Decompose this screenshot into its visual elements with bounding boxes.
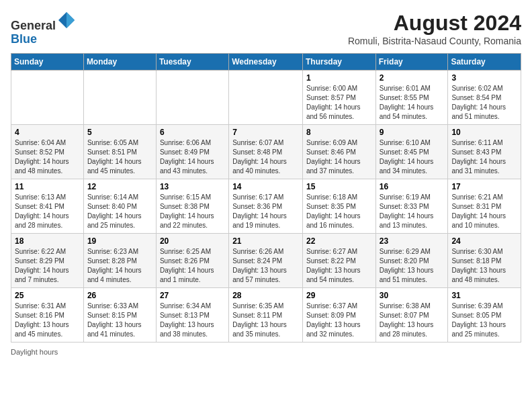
calendar-cell: 23Sunrise: 6:29 AM Sunset: 8:20 PM Dayli… — [375, 234, 448, 288]
day-number: 27 — [160, 291, 225, 300]
day-info: Sunrise: 6:15 AM Sunset: 8:38 PM Dayligh… — [160, 193, 225, 230]
day-number: 20 — [160, 236, 225, 246]
calendar-cell: 16Sunrise: 6:19 AM Sunset: 8:33 PM Dayli… — [375, 179, 448, 234]
day-info: Sunrise: 6:39 AM Sunset: 8:05 PM Dayligh… — [451, 302, 517, 339]
calendar-week-row: 25Sunrise: 6:31 AM Sunset: 8:16 PM Dayli… — [11, 288, 521, 342]
day-info: Sunrise: 6:06 AM Sunset: 8:49 PM Dayligh… — [160, 138, 225, 176]
day-info: Sunrise: 6:33 AM Sunset: 8:15 PM Dayligh… — [87, 302, 152, 339]
page-header: General Blue August 2024 Romuli, Bistrit… — [11, 11, 521, 46]
day-number: 25 — [15, 291, 80, 300]
day-info: Sunrise: 6:38 AM Sunset: 8:07 PM Dayligh… — [380, 302, 445, 339]
day-number: 23 — [380, 236, 445, 246]
calendar-cell: 7Sunrise: 6:07 AM Sunset: 8:48 PM Daylig… — [229, 125, 303, 179]
day-number: 30 — [380, 291, 445, 300]
day-info: Sunrise: 6:18 AM Sunset: 8:35 PM Dayligh… — [306, 193, 372, 230]
calendar-cell: 21Sunrise: 6:26 AM Sunset: 8:24 PM Dayli… — [229, 234, 303, 288]
day-number: 2 — [380, 73, 445, 83]
location: Romuli, Bistrita-Nasaud County, Romania — [348, 36, 521, 46]
calendar-cell: 19Sunrise: 6:23 AM Sunset: 8:28 PM Dayli… — [83, 234, 156, 288]
day-number: 22 — [306, 236, 372, 246]
day-number: 3 — [451, 73, 517, 83]
day-number: 4 — [15, 128, 80, 137]
day-number: 18 — [15, 236, 80, 246]
calendar-day-header: Monday — [83, 54, 156, 71]
calendar-cell: 2Sunrise: 6:01 AM Sunset: 8:55 PM Daylig… — [375, 71, 448, 125]
calendar-day-header: Thursday — [302, 54, 375, 71]
day-info: Sunrise: 6:26 AM Sunset: 8:24 PM Dayligh… — [232, 247, 299, 285]
calendar-cell — [156, 71, 228, 125]
calendar-cell: 12Sunrise: 6:14 AM Sunset: 8:40 PM Dayli… — [83, 179, 156, 234]
day-info: Sunrise: 6:09 AM Sunset: 8:46 PM Dayligh… — [306, 138, 372, 176]
calendar-cell: 18Sunrise: 6:22 AM Sunset: 8:29 PM Dayli… — [11, 234, 84, 288]
day-info: Sunrise: 6:31 AM Sunset: 8:16 PM Dayligh… — [15, 302, 80, 339]
calendar-cell: 13Sunrise: 6:15 AM Sunset: 8:38 PM Dayli… — [156, 179, 228, 234]
day-info: Sunrise: 6:21 AM Sunset: 8:31 PM Dayligh… — [451, 193, 517, 230]
calendar-cell — [229, 71, 303, 125]
day-number: 15 — [306, 182, 372, 191]
calendar-cell: 15Sunrise: 6:18 AM Sunset: 8:35 PM Dayli… — [302, 179, 375, 234]
day-number: 5 — [87, 128, 152, 137]
day-info: Sunrise: 6:14 AM Sunset: 8:40 PM Dayligh… — [87, 193, 152, 230]
calendar-week-row: 4Sunrise: 6:04 AM Sunset: 8:52 PM Daylig… — [11, 125, 521, 179]
day-number: 7 — [232, 128, 299, 137]
day-info: Sunrise: 6:07 AM Sunset: 8:48 PM Dayligh… — [232, 138, 299, 176]
day-number: 8 — [306, 128, 372, 137]
day-number: 9 — [380, 128, 445, 137]
day-number: 31 — [451, 291, 517, 300]
day-number: 29 — [306, 291, 372, 300]
calendar-cell: 22Sunrise: 6:27 AM Sunset: 8:22 PM Dayli… — [302, 234, 375, 288]
day-number: 26 — [87, 291, 152, 300]
day-number: 10 — [451, 128, 517, 137]
day-info: Sunrise: 6:19 AM Sunset: 8:33 PM Dayligh… — [380, 193, 445, 230]
day-number: 1 — [306, 73, 372, 83]
day-number: 28 — [232, 291, 299, 300]
calendar-cell: 14Sunrise: 6:17 AM Sunset: 8:36 PM Dayli… — [229, 179, 303, 234]
calendar-cell: 27Sunrise: 6:34 AM Sunset: 8:13 PM Dayli… — [156, 288, 228, 342]
day-info: Sunrise: 6:27 AM Sunset: 8:22 PM Dayligh… — [306, 247, 372, 285]
day-info: Sunrise: 6:29 AM Sunset: 8:20 PM Dayligh… — [380, 247, 445, 285]
calendar-day-header: Sunday — [11, 54, 84, 71]
day-info: Sunrise: 6:17 AM Sunset: 8:36 PM Dayligh… — [232, 193, 299, 230]
logo-icon — [57, 11, 76, 30]
calendar-cell — [11, 71, 84, 125]
day-info: Sunrise: 6:10 AM Sunset: 8:45 PM Dayligh… — [380, 138, 445, 176]
calendar-cell: 28Sunrise: 6:35 AM Sunset: 8:11 PM Dayli… — [229, 288, 303, 342]
calendar-cell: 10Sunrise: 6:11 AM Sunset: 8:43 PM Dayli… — [448, 125, 521, 179]
calendar-cell: 11Sunrise: 6:13 AM Sunset: 8:41 PM Dayli… — [11, 179, 84, 234]
calendar-cell: 3Sunrise: 6:02 AM Sunset: 8:54 PM Daylig… — [448, 71, 521, 125]
calendar-cell: 5Sunrise: 6:05 AM Sunset: 8:51 PM Daylig… — [83, 125, 156, 179]
calendar-cell: 25Sunrise: 6:31 AM Sunset: 8:16 PM Dayli… — [11, 288, 84, 342]
calendar-day-header: Saturday — [448, 54, 521, 71]
calendar-cell: 29Sunrise: 6:37 AM Sunset: 8:09 PM Dayli… — [302, 288, 375, 342]
day-info: Sunrise: 6:01 AM Sunset: 8:55 PM Dayligh… — [380, 84, 445, 122]
svg-marker-1 — [66, 12, 75, 28]
logo-blue-text: Blue — [11, 33, 76, 46]
calendar-cell: 17Sunrise: 6:21 AM Sunset: 8:31 PM Dayli… — [448, 179, 521, 234]
logo-text: General — [11, 11, 76, 33]
day-number: 16 — [380, 182, 445, 191]
daylight-hours-label: Daylight hours — [11, 348, 58, 356]
calendar-week-row: 18Sunrise: 6:22 AM Sunset: 8:29 PM Dayli… — [11, 234, 521, 288]
day-info: Sunrise: 6:02 AM Sunset: 8:54 PM Dayligh… — [451, 84, 517, 122]
day-number: 13 — [160, 182, 225, 191]
day-info: Sunrise: 6:05 AM Sunset: 8:51 PM Dayligh… — [87, 138, 152, 176]
footer-note: Daylight hours — [11, 348, 521, 356]
day-number: 24 — [451, 236, 517, 246]
calendar-header-row: SundayMondayTuesdayWednesdayThursdayFrid… — [11, 54, 521, 71]
calendar-cell: 26Sunrise: 6:33 AM Sunset: 8:15 PM Dayli… — [83, 288, 156, 342]
calendar-cell: 31Sunrise: 6:39 AM Sunset: 8:05 PM Dayli… — [448, 288, 521, 342]
day-info: Sunrise: 6:00 AM Sunset: 8:57 PM Dayligh… — [306, 84, 372, 122]
title-block: August 2024 Romuli, Bistrita-Nasaud Coun… — [348, 11, 521, 46]
calendar-cell: 6Sunrise: 6:06 AM Sunset: 8:49 PM Daylig… — [156, 125, 228, 179]
month-year: August 2024 — [348, 11, 521, 36]
day-info: Sunrise: 6:37 AM Sunset: 8:09 PM Dayligh… — [306, 302, 372, 339]
logo: General Blue — [11, 11, 76, 46]
calendar-day-header: Wednesday — [229, 54, 303, 71]
calendar-week-row: 11Sunrise: 6:13 AM Sunset: 8:41 PM Dayli… — [11, 179, 521, 234]
calendar-day-header: Tuesday — [156, 54, 228, 71]
day-number: 21 — [232, 236, 299, 246]
day-info: Sunrise: 6:35 AM Sunset: 8:11 PM Dayligh… — [232, 302, 299, 339]
day-info: Sunrise: 6:04 AM Sunset: 8:52 PM Dayligh… — [15, 138, 80, 176]
day-info: Sunrise: 6:34 AM Sunset: 8:13 PM Dayligh… — [160, 302, 225, 339]
day-number: 12 — [87, 182, 152, 191]
